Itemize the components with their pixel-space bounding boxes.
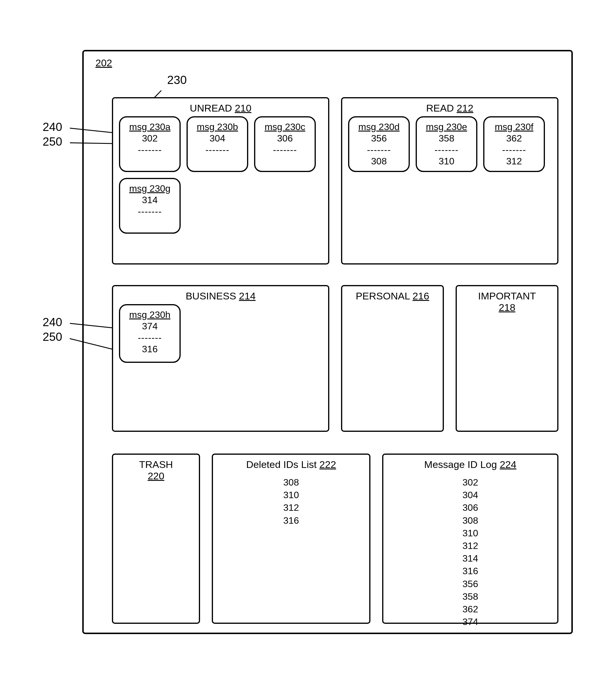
msg-230g-name: msg 230g <box>129 183 171 194</box>
msg-230h-name: msg 230h <box>129 310 171 320</box>
unread-messages: msg 230a 302 ------- msg 230b 304 ------… <box>119 116 322 234</box>
section-personal: PERSONAL 216 <box>341 285 444 432</box>
msg-230b-name: msg 230b <box>197 122 238 132</box>
callout-240-bottom: 240 <box>42 316 62 329</box>
msg-230h-dashes: ------- <box>138 332 162 343</box>
section-business-ref: 214 <box>239 290 255 301</box>
msg-230e-dashes: ------- <box>434 144 459 155</box>
page: 230 240 250 240 250 202 UNREAD 210 msg 2… <box>0 0 616 679</box>
deleted-ids-list: 308 310 312 316 <box>219 476 363 527</box>
msg-230e-name: msg 230e <box>426 122 467 132</box>
section-read-title: READ 212 <box>348 102 551 114</box>
read-messages: msg 230d 356 ------- 308 msg 230e 358 --… <box>348 116 551 172</box>
msg-230f-line1: 362 <box>506 133 522 144</box>
section-trash-label: TRASH <box>139 459 173 470</box>
callout-250-bottom: 250 <box>42 330 62 344</box>
section-unread-ref: 210 <box>235 102 251 114</box>
log-id-item: 316 <box>389 565 551 577</box>
msg-230g-dashes: ------- <box>138 206 162 217</box>
callout-240-top: 240 <box>42 120 62 134</box>
section-trash-ref: 220 <box>148 470 164 481</box>
section-important-title: IMPORTANT 218 <box>463 290 551 313</box>
section-deleted-ids: Deleted IDs List 222 308 310 312 316 <box>212 454 370 624</box>
section-business-title: BUSINESS 214 <box>119 290 322 302</box>
section-trash-title: TRASH 220 <box>119 459 193 482</box>
section-read-ref: 212 <box>457 102 473 114</box>
deleted-id-item: 316 <box>219 514 363 527</box>
section-trash: TRASH 220 <box>112 454 200 624</box>
section-personal-label: PERSONAL <box>356 290 410 301</box>
log-id-item: 314 <box>389 552 551 565</box>
msg-230c: msg 230c 306 ------- <box>254 116 316 172</box>
section-message-id-log: Message ID Log 224 302 304 306 308 310 3… <box>382 454 558 624</box>
msg-230f-dashes: ------- <box>502 144 526 155</box>
msg-230h-line1: 374 <box>142 321 157 332</box>
msg-230g-line1: 314 <box>142 195 157 205</box>
msg-230a-name: msg 230a <box>129 122 171 132</box>
section-deleted-label: Deleted IDs List <box>246 459 317 470</box>
section-read-label: READ <box>426 102 454 114</box>
msg-230g: msg 230g 314 ------- <box>119 178 181 234</box>
log-id-item: 308 <box>389 514 551 527</box>
section-log-label: Message ID Log <box>424 459 497 470</box>
msg-230a-line1: 302 <box>142 133 157 144</box>
section-unread-title: UNREAD 210 <box>119 102 322 114</box>
msg-230h: msg 230h 374 ------- 316 <box>119 304 181 363</box>
msg-230f-line2: 312 <box>506 156 522 167</box>
msg-230e: msg 230e 358 ------- 310 <box>415 116 478 172</box>
msg-230c-line1: 306 <box>277 133 292 144</box>
msg-230f-name: msg 230f <box>495 122 533 132</box>
section-important-ref: 218 <box>499 302 516 313</box>
business-messages: msg 230h 374 ------- 316 <box>119 304 322 363</box>
msg-230e-line2: 310 <box>438 156 454 167</box>
section-personal-title: PERSONAL 216 <box>348 290 437 302</box>
msg-230c-name: msg 230c <box>265 122 306 132</box>
log-id-item: 362 <box>389 603 551 616</box>
deleted-id-item: 312 <box>219 502 363 514</box>
section-business-label: BUSINESS <box>186 290 236 301</box>
frame-ref: 202 <box>95 57 112 69</box>
log-id-item: 310 <box>389 527 551 540</box>
section-business: BUSINESS 214 msg 230h 374 ------- 316 <box>112 285 329 432</box>
msg-230b-line1: 304 <box>210 133 225 144</box>
msg-230a: msg 230a 302 ------- <box>119 116 181 172</box>
callout-250-top: 250 <box>42 135 62 148</box>
msg-230d-name: msg 230d <box>359 122 400 132</box>
msg-230a-dashes: ------- <box>138 144 162 155</box>
section-important-label: IMPORTANT <box>478 290 536 301</box>
outer-frame: 202 UNREAD 210 msg 230a 302 ------- msg … <box>82 50 573 634</box>
message-id-log-list: 302 304 306 308 310 312 314 316 356 358 … <box>389 476 551 628</box>
section-deleted-title: Deleted IDs List 222 <box>219 459 363 470</box>
section-unread-label: UNREAD <box>190 102 232 114</box>
msg-230d: msg 230d 356 ------- 308 <box>348 116 410 172</box>
msg-230d-line2: 308 <box>371 156 387 167</box>
msg-230h-line2: 316 <box>142 344 157 355</box>
section-personal-ref: 216 <box>412 290 429 301</box>
section-important: IMPORTANT 218 <box>456 285 558 432</box>
log-id-item: 358 <box>389 590 551 603</box>
msg-230e-line1: 358 <box>438 133 454 144</box>
deleted-id-item: 308 <box>219 476 363 489</box>
msg-230d-dashes: ------- <box>367 144 391 155</box>
deleted-id-item: 310 <box>219 489 363 502</box>
section-unread: UNREAD 210 msg 230a 302 ------- msg 230b… <box>112 97 329 264</box>
section-read: READ 212 msg 230d 356 ------- 308 msg 23… <box>341 97 558 264</box>
log-id-item: 312 <box>389 540 551 552</box>
section-log-title: Message ID Log 224 <box>389 459 551 470</box>
section-log-ref: 224 <box>500 459 516 470</box>
msg-230b-dashes: ------- <box>205 144 229 155</box>
section-deleted-ref: 222 <box>319 459 336 470</box>
msg-230f: msg 230f 362 ------- 312 <box>483 116 545 172</box>
log-id-item: 374 <box>389 616 551 628</box>
log-id-item: 302 <box>389 476 551 489</box>
log-id-item: 306 <box>389 502 551 514</box>
msg-230c-dashes: ------- <box>273 144 297 155</box>
log-id-item: 356 <box>389 578 551 590</box>
log-id-item: 304 <box>389 489 551 502</box>
msg-230d-line1: 356 <box>371 133 387 144</box>
msg-230b: msg 230b 304 ------- <box>187 116 248 172</box>
